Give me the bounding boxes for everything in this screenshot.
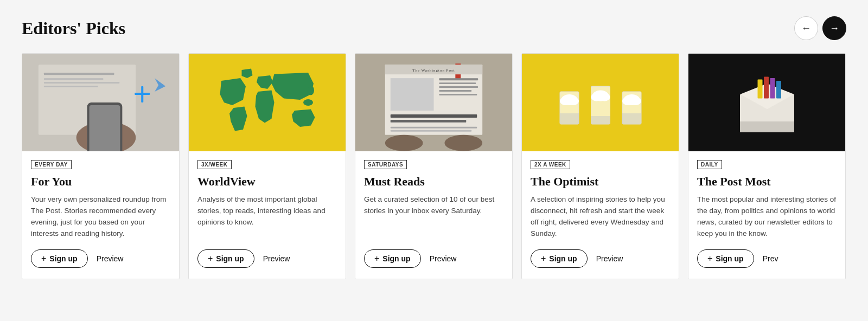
frequency-badge: EVERY DAY xyxy=(31,160,72,169)
card-actions: + Sign up Preview xyxy=(197,249,337,268)
plus-icon: + xyxy=(41,254,46,263)
card-image-for-you xyxy=(22,54,179,151)
next-button[interactable]: → xyxy=(822,16,846,40)
svg-rect-8 xyxy=(90,105,120,151)
svg-rect-4 xyxy=(44,82,120,84)
cards-container: EVERY DAY For You Your very own personal… xyxy=(22,53,846,279)
signup-button[interactable]: + Sign up xyxy=(531,249,588,268)
frequency-badge: 2X A WEEK xyxy=(531,160,570,169)
signup-label: Sign up xyxy=(382,254,410,263)
card-actions: + Sign up Prev xyxy=(697,249,837,268)
svg-point-42 xyxy=(599,93,610,101)
preview-link[interactable]: Preview xyxy=(97,254,124,263)
preview-link[interactable]: Preview xyxy=(596,254,623,263)
card-body-for-you: EVERY DAY For You Your very own personal… xyxy=(22,151,179,279)
card-body-the-optimist: 2X A WEEK The Optimist A selection of in… xyxy=(522,151,679,279)
svg-text:The Washington Post: The Washington Post xyxy=(412,68,455,73)
svg-rect-20 xyxy=(391,78,434,111)
card-image-worldview xyxy=(189,54,346,151)
card-description: Analysis of the most important global st… xyxy=(197,194,337,240)
preview-link[interactable]: Prev xyxy=(763,254,778,263)
editors-picks-section: Editors' Picks ← → xyxy=(22,16,846,279)
card-title: WorldView xyxy=(197,175,337,189)
svg-rect-22 xyxy=(439,82,476,84)
preview-link[interactable]: Preview xyxy=(263,254,290,263)
card-description: Your very own personalized roundup from … xyxy=(31,194,170,240)
frequency-badge: DAILY xyxy=(697,160,722,169)
card-description: Get a curated selection of 10 of our bes… xyxy=(364,194,503,240)
card-must-reads: The Washington Post xyxy=(355,53,513,279)
envelope-svg xyxy=(718,67,816,138)
frequency-badge: 3X/WEEK xyxy=(197,160,232,169)
page-header: Editors' Picks ← → xyxy=(22,16,846,40)
svg-rect-26 xyxy=(391,114,477,118)
svg-point-31 xyxy=(444,135,482,151)
prev-button[interactable]: ← xyxy=(794,16,818,40)
plus-icon: + xyxy=(374,254,379,263)
card-title: The Post Most xyxy=(697,175,837,189)
carousel-nav: ← → xyxy=(794,16,846,40)
card-image-post-most xyxy=(688,54,845,151)
svg-rect-24 xyxy=(439,90,471,92)
svg-rect-52 xyxy=(757,80,762,99)
svg-rect-28 xyxy=(391,127,477,129)
signup-button[interactable]: + Sign up xyxy=(197,249,254,268)
frequency-badge: SATURDAYS xyxy=(364,160,407,169)
card-post-most: DAILY The Post Most The most popular and… xyxy=(688,53,846,279)
signup-label: Sign up xyxy=(216,254,244,263)
card-the-optimist: 2X A WEEK The Optimist A selection of in… xyxy=(521,53,679,279)
svg-rect-56 xyxy=(740,121,794,132)
card-image-must-reads: The Washington Post xyxy=(355,54,512,151)
card-description: The most popular and interesting stories… xyxy=(697,194,837,240)
newspaper-svg: The Washington Post xyxy=(355,54,512,151)
signup-button[interactable]: + Sign up xyxy=(697,249,754,268)
card-actions: + Sign up Preview xyxy=(364,249,503,268)
page-title: Editors' Picks xyxy=(22,18,125,38)
card-for-you: EVERY DAY For You Your very own personal… xyxy=(22,53,180,279)
card-image-the-optimist xyxy=(522,54,679,151)
svg-point-37 xyxy=(568,97,579,105)
svg-rect-55 xyxy=(776,81,781,99)
card-body-must-reads: SATURDAYS Must Reads Get a curated selec… xyxy=(355,151,512,279)
world-map-svg xyxy=(205,65,330,140)
svg-point-14 xyxy=(303,99,313,106)
svg-rect-23 xyxy=(439,86,478,88)
signup-label: Sign up xyxy=(549,254,577,263)
plus-icon: + xyxy=(541,254,546,263)
svg-rect-53 xyxy=(764,77,769,99)
svg-rect-3 xyxy=(44,78,104,80)
svg-rect-54 xyxy=(770,78,775,99)
card-title: Must Reads xyxy=(364,175,503,189)
card-body-worldview: 3X/WEEK WorldView Analysis of the most i… xyxy=(189,151,346,279)
svg-rect-34 xyxy=(560,113,579,124)
svg-rect-44 xyxy=(622,113,641,124)
signup-button[interactable]: + Sign up xyxy=(364,249,421,268)
phone-hand-illustration xyxy=(22,54,179,151)
card-actions: + Sign up Preview xyxy=(31,249,170,268)
signup-label: Sign up xyxy=(716,254,743,263)
card-title: For You xyxy=(31,175,170,189)
svg-rect-39 xyxy=(591,116,610,124)
svg-rect-21 xyxy=(439,78,478,80)
preview-link[interactable]: Preview xyxy=(430,254,457,263)
glasses-svg xyxy=(546,70,655,135)
plus-icon: + xyxy=(208,254,213,263)
plus-icon: + xyxy=(707,254,712,263)
svg-rect-25 xyxy=(439,94,477,95)
svg-point-30 xyxy=(385,135,423,151)
card-description: A selection of inspiring stories to help… xyxy=(531,194,670,240)
svg-point-13 xyxy=(308,86,314,95)
card-worldview: 3X/WEEK WorldView Analysis of the most i… xyxy=(188,53,346,279)
svg-point-47 xyxy=(630,97,641,105)
signup-label: Sign up xyxy=(49,254,77,263)
card-actions: + Sign up Preview xyxy=(531,249,670,268)
svg-rect-2 xyxy=(44,73,114,75)
svg-rect-10 xyxy=(135,93,150,95)
svg-rect-27 xyxy=(391,120,467,123)
card-title: The Optimist xyxy=(531,175,670,189)
svg-rect-5 xyxy=(44,86,98,87)
signup-button[interactable]: + Sign up xyxy=(31,249,88,268)
svg-rect-29 xyxy=(391,130,471,132)
card-body-post-most: DAILY The Post Most The most popular and… xyxy=(688,151,845,279)
